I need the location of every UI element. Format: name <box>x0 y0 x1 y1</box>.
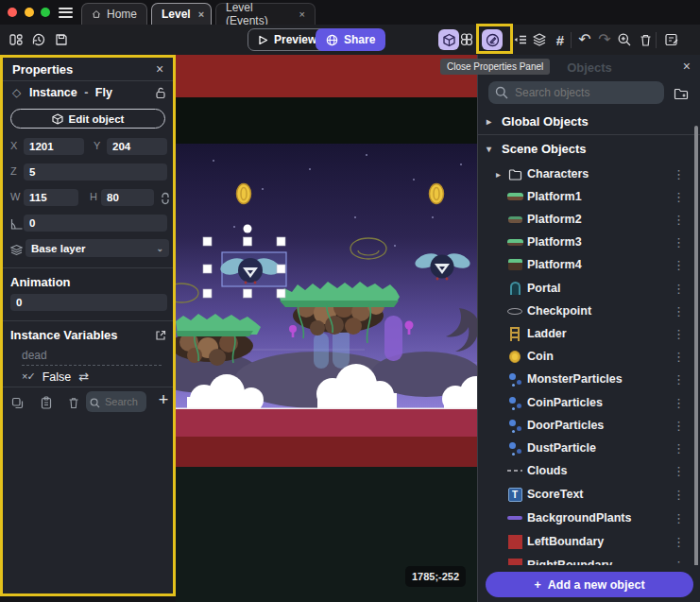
scrollbar[interactable] <box>694 126 698 595</box>
properties-title: Properties <box>12 62 73 77</box>
item-menu-icon[interactable]: ⋮ <box>673 213 685 227</box>
unlock-icon[interactable] <box>152 84 169 101</box>
window-minimize-icon[interactable] <box>25 8 34 17</box>
object-item[interactable]: Portal⋮ <box>478 277 693 300</box>
copy-icon[interactable] <box>9 394 26 411</box>
item-menu-icon[interactable]: ⋮ <box>673 511 685 525</box>
item-menu-icon[interactable]: ⋮ <box>673 441 685 456</box>
redo-icon[interactable]: ↷ <box>594 29 615 50</box>
object-item[interactable]: DoorParticles⋮ <box>478 414 693 437</box>
separator: - <box>80 86 92 99</box>
search-objects-input[interactable] <box>488 81 664 104</box>
add-folder-icon[interactable] <box>671 84 691 103</box>
animation-input[interactable] <box>10 294 167 311</box>
edit-object-button[interactable]: Edit object <box>10 109 165 129</box>
delete-icon[interactable] <box>635 29 656 50</box>
item-menu-icon[interactable]: ⋮ <box>673 235 685 249</box>
add-variable-button[interactable]: + <box>154 390 173 410</box>
layer-dropdown[interactable]: Base layer ⌄ <box>26 239 169 257</box>
object-item[interactable]: MonsterParticles⋮ <box>478 368 693 390</box>
object-item-folder[interactable]: ▸ Characters ⋮ <box>478 163 693 185</box>
item-menu-icon[interactable]: ⋮ <box>673 282 685 296</box>
open-variables-icon[interactable] <box>152 327 169 344</box>
object-item[interactable]: BackgroundPlants⋮ <box>478 507 693 529</box>
window-close-icon[interactable] <box>8 8 17 17</box>
x-input[interactable] <box>24 138 84 155</box>
item-menu-icon[interactable]: ⋮ <box>673 167 685 181</box>
variable-value[interactable]: False <box>43 370 72 384</box>
add-new-object-button[interactable]: + Add a new object <box>486 572 693 597</box>
zoom-in-icon[interactable] <box>614 29 635 50</box>
instances-list-icon[interactable] <box>510 29 531 50</box>
y-input[interactable] <box>107 138 167 155</box>
history-icon[interactable] <box>28 29 49 50</box>
objects-panel: Objects × ▸ Global Objects ▾ Scene Objec… <box>477 55 700 602</box>
item-menu-icon[interactable]: ⋮ <box>673 396 685 410</box>
paste-icon[interactable] <box>38 394 55 411</box>
notes-icon[interactable] <box>661 29 682 50</box>
tab-label: Level <box>162 8 191 21</box>
object-item[interactable]: Ladder⋮ <box>478 322 693 345</box>
objects-group-icon[interactable] <box>456 29 477 50</box>
item-menu-icon[interactable]: ⋮ <box>673 535 685 549</box>
object-item[interactable]: LeftBoundary⋮ <box>478 530 693 553</box>
object-item[interactable]: Platform2⋮ <box>478 208 693 231</box>
item-menu-icon[interactable]: ⋮ <box>673 350 685 364</box>
save-icon[interactable] <box>51 29 72 50</box>
window-zoom-icon[interactable] <box>41 8 50 17</box>
layer-value: Base layer <box>31 243 86 254</box>
plants-thumbnail-icon <box>506 509 523 526</box>
section-scene-objects[interactable]: ▾ Scene Objects <box>478 139 697 158</box>
edit-pencil-icon[interactable] <box>482 29 503 50</box>
w-input[interactable] <box>24 189 78 206</box>
chevron-down-icon: ⌄ <box>156 244 163 253</box>
item-menu-icon[interactable]: ⋮ <box>673 190 685 204</box>
item-menu-icon[interactable]: ⋮ <box>673 488 685 502</box>
variable-name[interactable]: dead <box>22 349 162 366</box>
tab-home[interactable]: Home <box>81 3 147 25</box>
close-tab-icon[interactable]: × <box>198 9 204 20</box>
z-input[interactable] <box>24 163 167 181</box>
section-label: Global Objects <box>502 114 589 129</box>
object-item[interactable]: Checkpoint⋮ <box>478 300 693 322</box>
toolbar: Preview Share # ↶ ↷ <box>0 25 700 55</box>
search-icon <box>495 86 508 103</box>
close-tab-icon[interactable]: × <box>299 9 305 20</box>
object-item[interactable]: DustParticle⋮ <box>478 437 693 459</box>
item-menu-icon[interactable]: ⋮ <box>673 304 685 318</box>
object-item[interactable]: Coin⋮ <box>478 345 693 368</box>
object-item[interactable]: Platform4⋮ <box>478 253 693 276</box>
animation-heading: Animation <box>10 275 71 289</box>
layers-icon[interactable] <box>529 29 550 50</box>
undo-icon[interactable]: ↶ <box>574 29 595 50</box>
main-menu-icon[interactable] <box>59 5 73 19</box>
globe-icon <box>326 34 338 46</box>
panels-icon[interactable] <box>6 29 26 50</box>
object-item[interactable]: Platform3⋮ <box>478 231 693 253</box>
item-menu-icon[interactable]: ⋮ <box>673 258 685 272</box>
item-menu-icon[interactable]: ⋮ <box>673 327 685 341</box>
toggle-value-icon[interactable]: ⇄ <box>78 370 89 384</box>
properties-panel: Properties × ◇ Instance - Fly Edit objec… <box>3 58 173 593</box>
item-menu-icon[interactable]: ⋮ <box>673 464 685 478</box>
section-global-objects[interactable]: ▸ Global Objects <box>478 112 697 130</box>
play-icon <box>258 35 268 45</box>
object-item[interactable]: Clouds⋮ <box>478 459 693 482</box>
cursor-coordinates: 1785;-252 <box>405 566 466 587</box>
share-button[interactable]: Share <box>316 28 385 51</box>
trash-icon[interactable] <box>65 394 82 411</box>
tab-level[interactable]: Level × <box>151 3 212 25</box>
h-input[interactable] <box>101 189 154 206</box>
close-panel-icon[interactable]: × <box>156 61 163 77</box>
item-menu-icon[interactable]: ⋮ <box>673 372 685 387</box>
item-menu-icon[interactable]: ⋮ <box>673 419 685 433</box>
object-item[interactable]: Platform1⋮ <box>478 185 693 208</box>
grid-icon[interactable]: # <box>550 29 571 50</box>
tab-level-events[interactable]: Level (Events) × <box>215 3 316 25</box>
object-item[interactable]: TScoreText⋮ <box>478 483 693 506</box>
close-objects-panel-icon[interactable]: × <box>683 59 691 74</box>
object-item[interactable]: CoinParticles⋮ <box>478 391 693 414</box>
link-dimensions-icon[interactable] <box>157 190 174 207</box>
divider <box>478 134 700 135</box>
angle-input[interactable] <box>24 215 167 232</box>
